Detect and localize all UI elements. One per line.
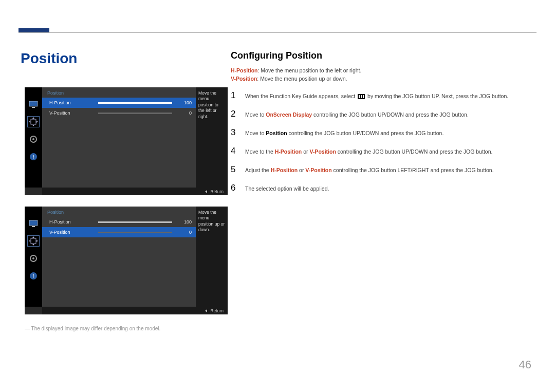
osd-footer: Return [42,188,228,195]
page-title: Position [21,50,77,67]
row-label: H-Position [49,100,98,105]
svg-rect-17 [363,95,364,98]
step-text: Move to OnScreen Display controlling the… [245,110,469,119]
row-value: 0 [177,110,192,116]
hposition-label: H-Position [231,67,258,73]
osd-footer: Return [42,307,228,314]
step-5: 5 Adjust the H-Position or V-Position co… [231,164,534,175]
osd-screenshot-1: i Position H-Position 100 V-Position 0 M… [25,87,228,195]
svg-rect-8 [32,226,35,227]
position-icon [27,116,40,127]
monitor-icon [27,99,40,110]
row-label: V-Position [49,230,98,235]
step-number: 3 [231,127,238,138]
step-number: 4 [231,146,238,156]
step-4: 4 Move to the H-Position or V-Position c… [231,146,534,156]
return-label: Return [210,308,224,313]
svg-rect-7 [29,220,38,226]
return-label: Return [210,189,224,194]
svg-rect-9 [31,238,36,244]
svg-point-4 [32,138,34,140]
header-accent [18,28,49,32]
osd-hint: Move the menu position to the left or ri… [196,87,228,188]
row-value: 100 [177,100,192,105]
svg-point-11 [32,257,34,259]
position-icon [27,235,40,247]
step-text: Move to Position controlling the JOG but… [245,129,443,138]
row-value: 0 [177,230,192,235]
back-arrow-icon [205,309,207,312]
step-text: Adjust the H-Position or V-Position cont… [245,166,494,175]
osd-screenshot-2: i Position H-Position 100 V-Position 0 M… [25,207,228,314]
section-heading: Configuring Position [231,50,534,61]
step-6: 6 The selected option will be applied. [231,183,534,193]
osd-row-vposition: V-Position 0 [42,108,196,118]
slider [98,113,172,114]
footnote: The displayed image may differ depending… [25,326,228,331]
svg-rect-15 [359,95,360,98]
osd-title: Position [42,87,196,98]
gear-icon [27,253,40,264]
slider [98,232,172,233]
osd-iconbar: i [25,87,42,188]
svg-rect-1 [32,107,35,108]
step-number: 2 [231,109,238,119]
step-3: 3 Move to Position controlling the JOG b… [231,127,534,138]
osd-main: Position H-Position 100 V-Position 0 [42,207,196,307]
step-number: 6 [231,183,238,193]
step-text: When the Function Key Guide appears, sel… [245,92,508,101]
row-value: 100 [177,219,192,225]
hposition-description: H-Position: Move the menu position to th… [231,66,534,74]
page-number: 46 [519,358,531,371]
osd-row-hposition: H-Position 100 [42,217,196,227]
osd-row-vposition: V-Position 0 [42,227,196,237]
step-text: The selected option will be applied. [245,184,329,193]
step-number: 5 [231,164,238,175]
vposition-label: V-Position [231,76,257,82]
monitor-icon [27,218,40,229]
osd-row-hposition: H-Position 100 [42,98,196,108]
svg-rect-0 [29,101,38,106]
osd-iconbar: i [25,207,42,307]
vposition-description: V-Position: Move the menu position up or… [231,74,534,83]
osd-main: Position H-Position 100 V-Position 0 [42,87,196,188]
info-icon: i [27,270,40,282]
svg-text:i: i [33,273,34,279]
gear-icon [27,134,40,145]
back-arrow-icon [205,190,207,193]
steps-list: 1 When the Function Key Guide appears, s… [231,90,534,193]
menu-icon [358,94,365,99]
info-icon: i [27,151,40,162]
step-2: 2 Move to OnScreen Display controlling t… [231,109,534,119]
osd-title: Position [42,207,196,217]
slider [98,102,172,104]
row-label: V-Position [49,110,98,116]
slider [98,221,172,223]
svg-rect-16 [361,95,362,98]
step-number: 1 [231,90,238,101]
osd-hint: Move the menu position up or down. [196,207,228,307]
header-rule [18,32,536,33]
step-text: Move to the H-Position or V-Position con… [245,147,492,156]
step-1: 1 When the Function Key Guide appears, s… [231,90,534,101]
svg-rect-2 [31,119,36,124]
svg-text:i: i [33,154,34,160]
row-label: H-Position [49,219,98,225]
